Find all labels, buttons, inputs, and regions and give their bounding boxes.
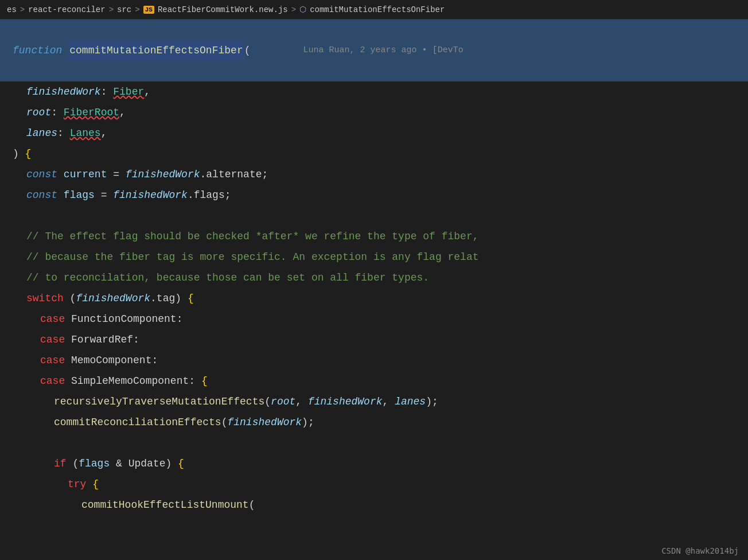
colon-2: : — [51, 102, 64, 123]
comma-1: , — [144, 81, 150, 102]
keyword-case-1: case — [40, 309, 65, 329]
code-line-16: case SimpleMemoComponent : { — [0, 371, 748, 391]
function-name: commitMutationEffectsOnFiber — [68, 40, 244, 61]
switch-brace-open: { — [188, 288, 194, 309]
git-blame: Luna Ruan, 2 years ago • [DevTo — [262, 20, 463, 81]
colon-1: : — [101, 81, 114, 102]
arg-finishedWork-3: finishedWork — [308, 391, 383, 412]
watermark-text: CSDN @hawk2014bj — [661, 546, 739, 555]
case-colon-3: : — [151, 350, 158, 371]
keyword-if: if — [54, 453, 67, 474]
param-root: root — [26, 102, 51, 123]
ref-finishedWork-2: finishedWork — [113, 185, 188, 205]
arg-comma-1: , — [295, 391, 308, 412]
type-lanes: Lanes — [70, 123, 101, 143]
separator-3: > — [135, 5, 139, 14]
code-line-4: lanes : Lanes , — [0, 123, 748, 143]
line-content-16: case SimpleMemoComponent : { — [3, 371, 208, 391]
breadcrumb-filename[interactable]: ReactFiberCommitWork.new.js — [158, 5, 288, 14]
case-simplememocomponent: SimpleMemoComponent — [71, 371, 189, 391]
arg-finishedWork-4: finishedWork — [227, 412, 302, 433]
line-content-20: if ( flags & Update ) { — [3, 453, 184, 474]
case-colon-2: : — [133, 329, 139, 350]
code-line-17: recursivelyTraverseMutationEffects ( roo… — [0, 391, 748, 412]
editor-area: function commitMutationEffectsOnFiber ( … — [0, 20, 748, 557]
line-content-11: // to reconcilation, because those can b… — [3, 267, 429, 288]
line-content-e1 — [3, 205, 19, 226]
line-content-3: root : FiberRoot , — [3, 102, 126, 123]
keyword-const-2: const — [26, 185, 57, 205]
if-flags: flags — [79, 453, 110, 474]
code-line-11: // to reconcilation, because those can b… — [0, 267, 748, 288]
prop-tag: tag — [157, 288, 175, 309]
call-paren-2: ( — [221, 412, 228, 433]
line-content-12: switch ( finishedWork . tag ) { — [3, 288, 194, 309]
call-paren-1: ( — [264, 391, 271, 412]
line-content-9: // The effect flag should be checked *af… — [3, 226, 479, 247]
code-line-22: commitHookEffectListUnmount ( — [0, 495, 748, 515]
case-colon-4: : — [189, 371, 201, 391]
line-content-4: lanes : Lanes , — [3, 123, 107, 143]
paren-close-brace: ) — [13, 143, 25, 164]
code-line-13: case FunctionComponent : — [0, 309, 748, 329]
keyword-function: function — [13, 40, 62, 61]
code-line-7: const flags = finishedWork . flags ; — [0, 185, 748, 205]
var-flags: flags — [64, 185, 95, 205]
comment-1: // The effect flag should be checked *af… — [26, 226, 479, 247]
code-line-2: finishedWork : Fiber , — [0, 81, 748, 102]
prop-alternate: alternate — [206, 164, 262, 185]
breadcrumb-bar: es > react-reconciler > src > JS ReactFi… — [0, 0, 748, 20]
line-content-22: commitHookEffectListUnmount ( — [3, 495, 255, 515]
if-paren-close: ) — [165, 453, 172, 474]
call-paren-close-2: ); — [302, 412, 314, 433]
comma-3: , — [101, 123, 107, 143]
case-memocomponent: MemoComponent — [71, 350, 151, 371]
line-content-1: function commitMutationEffectsOnFiber ( … — [3, 20, 463, 81]
type-fiberroot: FiberRoot — [64, 102, 119, 123]
switch-paren-close: ) — [175, 288, 181, 309]
var-current: current — [64, 164, 107, 185]
operator-eq-2: = — [95, 185, 113, 205]
method-commitReconciliation: commitReconciliationEffects — [54, 412, 221, 433]
separator-2: > — [109, 5, 114, 14]
code-line-9: // The effect flag should be checked *af… — [0, 226, 748, 247]
arg-comma-2: , — [383, 391, 395, 412]
switch-paren-open: ( — [64, 288, 76, 309]
if-ampersand: & — [110, 453, 128, 474]
keyword-try: try — [68, 474, 86, 495]
operator-eq-1: = — [107, 164, 125, 185]
comment-3: // to reconcilation, because those can b… — [26, 267, 429, 288]
line-content-15: case MemoComponent : — [3, 350, 158, 371]
breadcrumb-react-reconciler[interactable]: react-reconciler — [28, 5, 105, 14]
if-brace-open: { — [178, 453, 184, 474]
switch-finishedWork: finishedWork — [76, 288, 150, 309]
line-content-7: const flags = finishedWork . flags ; — [3, 185, 231, 205]
brace-open-1: { — [25, 143, 32, 164]
code-line-empty-1 — [0, 205, 748, 226]
code-line-14: case ForwardRef : — [0, 329, 748, 350]
breadcrumb-src[interactable]: src — [117, 5, 131, 14]
function-icon: ⬡ — [299, 5, 306, 14]
line-content-21: try { — [3, 474, 99, 495]
code-line-20: if ( flags & Update ) { — [0, 453, 748, 474]
line-content-e2 — [3, 433, 19, 453]
breadcrumb-function[interactable]: commitMutationEffectsOnFiber — [310, 5, 445, 14]
arg-lanes: lanes — [395, 391, 426, 412]
dot-1: . — [200, 164, 206, 185]
comment-2: // because the fiber tag is more specifi… — [26, 247, 479, 267]
call-paren-3: ( — [249, 495, 255, 515]
comma-2: , — [119, 102, 126, 123]
keyword-switch: switch — [26, 288, 64, 309]
colon-3: : — [57, 123, 70, 143]
line-content-2: finishedWork : Fiber , — [3, 81, 150, 102]
try-brace-open: { — [92, 474, 99, 495]
watermark: CSDN @hawk2014bj — [661, 546, 739, 555]
line-content-5: ) { — [3, 143, 31, 164]
dot-3: . — [150, 288, 157, 309]
separator-4: > — [291, 5, 296, 14]
keyword-case-2: case — [40, 329, 65, 350]
case-forwardref: ForwardRef — [71, 329, 133, 350]
call-paren-close-1: ); — [426, 391, 438, 412]
breadcrumb-es[interactable]: es — [7, 5, 17, 14]
type-fiber: Fiber — [113, 81, 144, 102]
